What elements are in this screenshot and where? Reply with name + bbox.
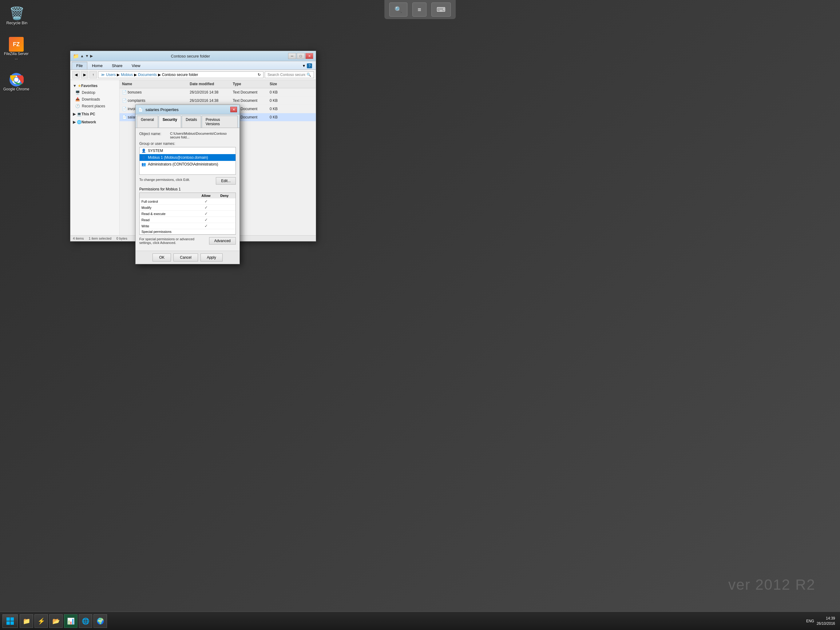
col-header-size[interactable]: Size xyxy=(267,81,292,87)
network-icon: 🌐 xyxy=(77,120,82,124)
up-btn[interactable]: ↑ xyxy=(90,71,97,78)
permissions-table: Allow Deny Full control ✓ Modify ✓ R xyxy=(139,193,236,235)
dialog-close-btn[interactable]: ✕ xyxy=(230,107,237,112)
permissions-header: Permissions for Mobius 1 xyxy=(139,187,236,192)
sidebar-item-desktop[interactable]: 🖥️ Desktop xyxy=(70,89,119,96)
tab-home[interactable]: Home xyxy=(87,62,107,70)
search-input[interactable] xyxy=(267,73,305,77)
accessibility-toolbar: 🔍 ≡ ⌨ xyxy=(384,0,456,19)
taskbar-chrome-taskbar-btn[interactable]: 🌐 xyxy=(79,614,92,628)
search-box[interactable]: 🔍 xyxy=(265,71,314,78)
dialog-tab-details[interactable]: Details xyxy=(182,116,201,128)
taskbar-explorer-btn[interactable]: 📁 xyxy=(20,614,33,628)
file-row-bonuses[interactable]: 📄 bonuses 26/10/2016 14:38 Text Document… xyxy=(120,88,316,97)
explorer-titlebar: 📁 ▲ ▼ ▶ Contoso secure folder ─ □ ✕ xyxy=(70,51,316,61)
dialog-tab-prev-versions[interactable]: Previous Versions xyxy=(202,116,238,128)
server-watermark: ver 2012 R2 xyxy=(728,576,816,593)
sidebar-favorites[interactable]: ▼ ★ Favorites xyxy=(70,82,119,89)
start-button[interactable] xyxy=(2,614,18,628)
collapse-ribbon-btn[interactable]: ▼ xyxy=(302,64,306,68)
svg-rect-7 xyxy=(11,621,14,625)
doc-icon: 📄 xyxy=(122,107,127,111)
perm-modify: Modify ✓ xyxy=(140,204,235,211)
menu-toolbar-btn[interactable]: ≡ xyxy=(412,2,426,17)
bc-mobius[interactable]: Mobius xyxy=(121,73,133,77)
taskbar-clock: 14:39 26/10/2016 xyxy=(816,616,835,626)
taskbar-server-btn[interactable]: 📊 xyxy=(64,614,77,628)
help-btn[interactable]: ? xyxy=(307,63,312,68)
close-btn[interactable]: ✕ xyxy=(305,53,313,59)
recycle-bin-label: Recycle Bin xyxy=(6,21,28,25)
dialog-content: Object name: C:\Users\Mobius\Documents\C… xyxy=(136,128,240,251)
sidebar: ▼ ★ Favorites 🖥️ Desktop 📥 Downloads 🕐 xyxy=(70,80,120,235)
ok-btn[interactable]: OK xyxy=(153,253,171,261)
keyboard-toolbar-btn[interactable]: ⌨ xyxy=(431,2,451,17)
tab-view[interactable]: View xyxy=(127,62,145,70)
search-toolbar-btn[interactable]: 🔍 xyxy=(389,2,407,17)
perm-special: Special permissions xyxy=(140,229,235,234)
bc-sep2: ▶ xyxy=(134,73,137,77)
status-size: 0 bytes xyxy=(116,237,127,240)
user-mobius[interactable]: 👤 Mobius 1 (Mobius@contoso.domain) xyxy=(140,154,235,161)
breadcrumb[interactable]: ≫ Users ▶ Mobius ▶ Documents ▶ Contoso s… xyxy=(98,71,264,78)
bc-sep1: ▶ xyxy=(117,73,120,77)
col-header-type[interactable]: Type xyxy=(230,81,267,87)
dialog-tab-general[interactable]: General xyxy=(137,116,158,128)
user-administrators[interactable]: 👥 Administrators (CONTOSO\Administrators… xyxy=(140,161,235,168)
user-icon: 👤 xyxy=(141,155,146,160)
user-icon: 👥 xyxy=(141,162,146,166)
svg-rect-4 xyxy=(6,617,10,621)
tab-file[interactable]: File xyxy=(72,62,87,70)
bc-sep3: ▶ xyxy=(158,73,161,77)
explorer-ribbon: File Home Share View ▼ ? xyxy=(70,61,316,70)
search-icon: 🔍 xyxy=(306,73,311,77)
toolbar-fwd-icon: ▼ xyxy=(85,54,89,58)
user-icon: 👤 xyxy=(141,149,146,153)
chrome-icon[interactable]: Google Chrome xyxy=(2,72,30,91)
bc-sep0: ≫ xyxy=(101,73,105,77)
tab-share[interactable]: Share xyxy=(107,62,127,70)
sidebar-item-recent[interactable]: 🕐 Recent places xyxy=(70,103,119,109)
dialog-tab-security[interactable]: Security xyxy=(159,116,181,128)
col-header-name[interactable]: Name xyxy=(120,81,187,87)
forward-btn[interactable]: ▶ xyxy=(81,71,88,78)
svg-rect-5 xyxy=(11,617,14,621)
advanced-btn[interactable]: Advanced xyxy=(209,237,236,245)
perm-read: Read ✓ xyxy=(140,217,235,223)
back-btn[interactable]: ◀ xyxy=(72,71,80,78)
taskbar-powershell-btn[interactable]: ⚡ xyxy=(35,614,48,628)
col-header-date[interactable]: Date modified xyxy=(187,81,230,87)
doc-icon: 📄 xyxy=(122,115,127,119)
bc-users[interactable]: Users xyxy=(106,73,115,77)
address-bar: ◀ ▶ ↑ ≫ Users ▶ Mobius ▶ Documents ▶ Con… xyxy=(70,70,316,80)
dialog-titlebar: 📄 salaries Properties ✕ xyxy=(136,105,240,114)
taskbar-network-taskbar-btn[interactable]: 🌍 xyxy=(93,614,107,628)
sidebar-this-pc[interactable]: ▶ 💻 This PC xyxy=(70,111,119,117)
bc-current: Contoso secure folder xyxy=(162,73,198,77)
desktop-icon-small: 🖥️ xyxy=(75,90,80,95)
maximize-btn[interactable]: □ xyxy=(297,53,305,59)
recycle-bin-icon[interactable]: 🗑️ Recycle Bin xyxy=(3,6,31,25)
taskbar-filemanager-btn[interactable]: 📂 xyxy=(49,614,63,628)
change-perm-note: To change permissions, click Edit. xyxy=(139,178,190,182)
taskbar: 📁 ⚡ 📂 📊 🌐 🌍 ENG 14:39 26/10/2016 xyxy=(0,611,840,630)
user-system[interactable]: 👤 SYSTEM xyxy=(140,147,235,154)
sidebar-network[interactable]: ▶ 🌐 Network xyxy=(70,119,119,125)
object-name-field: Object name: C:\Users\Mobius\Documents\C… xyxy=(139,131,236,139)
sidebar-item-downloads[interactable]: 📥 Downloads xyxy=(70,96,119,103)
cancel-btn[interactable]: Cancel xyxy=(174,253,198,261)
bc-documents[interactable]: Documents xyxy=(138,73,157,77)
filezilla-label: FileZilla Server ... xyxy=(2,52,30,60)
users-list: 👤 SYSTEM 👤 Mobius 1 (Mobius@contoso.doma… xyxy=(139,147,236,175)
file-list-header: Name Date modified Type Size xyxy=(120,80,316,88)
advanced-note: For special permissions or advanced sett… xyxy=(139,237,201,245)
apply-btn[interactable]: Apply xyxy=(201,253,223,261)
dialog-title-icon: 📄 xyxy=(138,108,143,112)
filezilla-icon[interactable]: FZ FileZilla Server ... xyxy=(2,37,30,60)
file-row-complaints[interactable]: 📄 complaints 26/10/2016 14:38 Text Docum… xyxy=(120,97,316,105)
minimize-btn[interactable]: ─ xyxy=(288,53,296,59)
perm-read-execute: Read & execute ✓ xyxy=(140,211,235,217)
refresh-btn[interactable]: ↻ xyxy=(257,73,261,77)
edit-permissions-btn[interactable]: Edit... xyxy=(216,177,236,185)
dialog-buttons: OK Cancel Apply xyxy=(136,251,240,264)
